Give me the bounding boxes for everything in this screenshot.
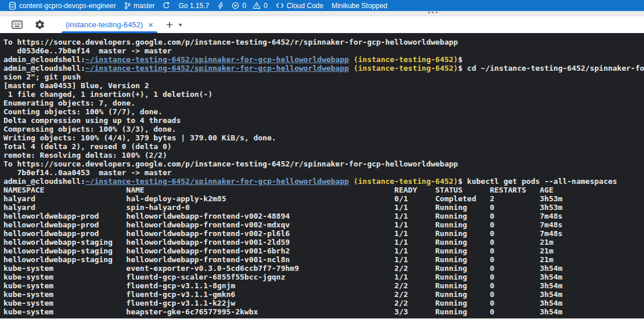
terminal-line: Compressing objects: 100% (3/3), done. xyxy=(3,125,644,133)
tab-label: (instance-testing-6452) xyxy=(66,20,143,29)
terminal-line: 7b0ef14..0aa0453 master -> master xyxy=(3,168,644,177)
go-version-indicator[interactable]: Go 1.15.7 xyxy=(174,0,213,11)
code-brackets-icon xyxy=(276,2,284,9)
error-icon xyxy=(232,2,239,9)
terminal-output[interactable]: To https://source.developers.google.com/… xyxy=(0,33,644,318)
terminal-line: Enumerating objects: 7, done. xyxy=(3,99,644,107)
bolt-icon xyxy=(217,2,224,10)
new-tab-button[interactable]: + xyxy=(166,19,173,31)
warning-count: 0 xyxy=(264,2,268,10)
pod-row: helloworldwebapp-prod helloworldwebapp-f… xyxy=(3,229,644,238)
database-icon xyxy=(9,2,16,10)
terminal-line: Total 4 (delta 2), reused 0 (delta 0) xyxy=(3,142,644,151)
project-indicator[interactable]: content-gcpro-devops-engineer xyxy=(5,0,120,11)
pod-row: kube-system heapster-gke-6c76577995-2kwb… xyxy=(3,307,644,316)
pod-row: kube-system fluentd-gcp-v3.1.1-k22jw 2/2… xyxy=(3,299,644,307)
minikube-status[interactable]: Minikube Stopped xyxy=(328,0,391,11)
active-tab-underline xyxy=(62,31,157,33)
pods-table-header: NAMESPACE NAME READY STATUS RESTARTS AGE xyxy=(3,186,644,194)
drag-handle-dots: ••• xyxy=(428,9,440,16)
go-version-label: Go 1.15.7 xyxy=(178,2,209,10)
terminal-tab[interactable]: (instance-testing-6452) × xyxy=(60,16,159,33)
branch-name: master xyxy=(134,2,155,10)
keyboard-icon xyxy=(12,20,23,29)
tab-menu-button[interactable]: ▾ xyxy=(179,21,182,28)
terminal-line: Counting objects: 100% (7/7), done. xyxy=(3,107,644,116)
gear-icon xyxy=(34,19,45,30)
panel-resize-handle[interactable]: ••• xyxy=(0,11,644,16)
bolt-button[interactable] xyxy=(213,0,228,11)
problems-indicator[interactable]: 0 0 xyxy=(228,0,271,11)
terminal-prompt-line: admin_@cloudshell:~/instance-testing-645… xyxy=(3,177,644,186)
pod-row: helloworldwebapp-staging helloworldwebap… xyxy=(3,238,644,246)
terminal-line: Delta compression using up to 4 threads xyxy=(3,116,644,125)
terminal-line: [master 0aa0453] Blue, Version 2 xyxy=(3,81,644,90)
cloud-code-button[interactable]: Cloud Code xyxy=(272,0,328,11)
pod-row: kube-system fluentd-gcp-v3.1.1-gmkn6 2/2… xyxy=(3,290,644,299)
terminal-line: To https://source.developers.google.com/… xyxy=(3,38,644,46)
keyboard-button[interactable] xyxy=(12,20,23,29)
pod-row: helloworldwebapp-staging helloworldwebap… xyxy=(3,246,644,255)
terminal-line: d053d6e..7b0ef14 master -> master xyxy=(3,46,644,55)
terminal-line: remote: Resolving deltas: 100% (2/2) xyxy=(3,151,644,160)
pod-row: kube-system fluentd-gcp-v3.1.1-8gnjm 2/2… xyxy=(3,281,644,290)
pod-row: halyard hal-deploy-apply-k2m85 0/1 Compl… xyxy=(3,194,644,203)
cloud-code-label: Cloud Code xyxy=(287,2,323,10)
pod-row: kube-system event-exporter-v0.3.0-5cd6cc… xyxy=(3,264,644,273)
project-name: content-gcpro-devops-engineer xyxy=(19,2,116,10)
terminal-prompt-line: admin_@cloudshell:~/instance-testing-645… xyxy=(3,55,644,64)
pod-row: helloworldwebapp-prod helloworldwebapp-f… xyxy=(3,220,644,229)
terminal-tab-bar: (instance-testing-6452) × + ▾ xyxy=(0,16,644,33)
error-count: 0 xyxy=(242,2,246,10)
pod-row: kube-system fluentd-gcp-scaler-6855f55bc… xyxy=(3,273,644,281)
minikube-label: Minikube Stopped xyxy=(332,2,387,10)
sync-icon xyxy=(163,2,170,9)
top-status-bar: content-gcpro-devops-engineer master Go … xyxy=(0,0,644,11)
tab-close-button[interactable]: × xyxy=(148,20,153,29)
pod-row: helloworldwebapp-staging helloworldwebap… xyxy=(3,255,644,264)
terminal-line: Writing objects: 100% (4/4), 379 bytes |… xyxy=(3,133,644,142)
terminal-prompt-line: admin_@cloudshell:~/instance-testing-645… xyxy=(3,64,644,72)
warning-icon xyxy=(253,2,261,9)
pod-row: halyard spin-halyard-0 1/1 Running 0 3h5… xyxy=(3,203,644,212)
pod-row: helloworldwebapp-prod helloworldwebapp-f… xyxy=(3,212,644,220)
git-branch-indicator[interactable]: master xyxy=(120,0,159,11)
sync-button[interactable] xyxy=(159,0,174,11)
terminal-line: sion 2"; git push xyxy=(3,72,644,81)
terminal-line: 1 file changed, 1 insertion(+), 1 deleti… xyxy=(3,90,644,99)
cloud-shell-window: content-gcpro-devops-engineer master Go … xyxy=(0,0,644,318)
settings-button[interactable] xyxy=(34,19,45,30)
git-branch-icon xyxy=(124,2,131,10)
terminal-line: To https://source.developers.google.com/… xyxy=(3,160,644,168)
